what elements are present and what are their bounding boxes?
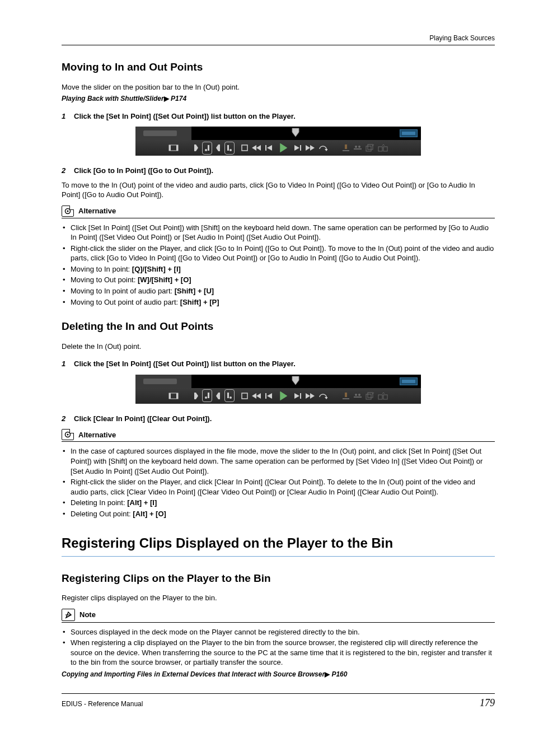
svg-rect-65 [383,395,387,399]
svg-rect-31 [383,147,387,151]
set-in-point-button[interactable] [202,142,212,155]
play-button[interactable] [279,390,287,402]
svg-marker-17 [280,144,287,152]
alternative-label: Alternative [78,206,116,216]
fast-forward-button[interactable] [305,390,315,402]
rewind-button[interactable] [251,390,261,402]
section-title-moving: Moving to In and Out Points [62,60,495,74]
list-item: Right-click the slider on the Player, an… [63,477,495,497]
header-rule [62,45,495,45]
fast-forward-button[interactable] [305,142,315,154]
svg-marker-42 [216,393,218,399]
playhead-icon[interactable] [292,376,299,386]
svg-rect-6 [208,145,209,151]
alternative-label: Alternative [78,430,116,440]
list-item: Moving to Out point: [W]/[Shift] + [O] [63,275,495,285]
svg-marker-34 [292,376,299,385]
list-item: In the case of captured sources displaye… [63,446,495,476]
position-bar[interactable] [135,127,421,140]
page-footer: EDIUS - Reference Manual 179 [62,693,495,710]
note-rule [62,622,495,623]
insert-button[interactable] [342,390,350,402]
alternative-list: Click [Set In Point] ([Set Out Point]) w… [62,223,495,307]
note-label: Note [79,610,96,620]
svg-rect-38 [194,393,196,399]
rewind-button[interactable] [251,142,261,154]
clip-segment [135,127,191,140]
svg-marker-14 [256,145,261,151]
set-out-point-button[interactable] [224,389,235,402]
next-frame-button[interactable] [294,390,302,402]
overwrite-button[interactable] [353,390,362,402]
svg-rect-2 [169,145,171,151]
prev-frame-button[interactable] [265,142,273,154]
set-cue-button[interactable] [193,142,199,154]
svg-marker-8 [216,144,218,151]
svg-point-41 [205,396,207,399]
chapter-title: Registering Clips Displayed on the Playe… [62,534,495,552]
set-cue-out-button[interactable] [216,142,221,154]
svg-point-60 [355,394,357,396]
svg-marker-47 [252,393,256,399]
overwrite-button[interactable] [353,142,362,154]
step-text: Click [Go to In Point] ([Go to Out Point… [74,166,213,176]
stop-button[interactable] [241,390,248,402]
svg-marker-48 [256,393,261,399]
add-to-timeline-button[interactable] [378,390,388,402]
svg-rect-58 [343,398,349,399]
xref-source-browser[interactable]: Copying and Importing Files in External … [62,670,495,679]
footer-left: EDIUS - Reference Manual [62,699,143,708]
svg-marker-20 [306,145,310,151]
add-to-bin-button[interactable] [366,142,374,154]
xref-shuttle-slider[interactable]: Playing Back with Shuttle/Slider▶ P174 [62,94,495,103]
audio-indicator [400,129,418,137]
svg-marker-56 [325,397,327,399]
alternative-list: In the case of captured sources displaye… [62,446,495,519]
svg-rect-24 [343,150,349,151]
add-to-bin-button[interactable] [366,390,374,402]
svg-rect-57 [345,393,347,397]
prev-frame-button[interactable] [265,390,273,402]
intro-text: Move the slider on the position bar to t… [62,82,495,92]
svg-rect-29 [368,144,373,150]
svg-rect-25 [354,148,362,150]
position-bar[interactable] [135,375,421,388]
set-out-point-button[interactable] [224,142,235,155]
svg-marker-0 [292,128,299,137]
clip-button[interactable] [168,142,179,154]
alternative-heading: Alternative [62,206,495,217]
track [191,127,400,140]
svg-marker-52 [294,393,299,399]
svg-marker-51 [280,392,287,400]
clip-button[interactable] [168,390,179,402]
svg-marker-39 [196,393,198,399]
list-item: Moving to In point: [Q]/[Shift] + [I] [63,264,495,274]
loop-button[interactable] [318,142,327,154]
svg-point-45 [229,396,232,399]
list-item: Deleting Out point: [Alt] + [O] [63,509,495,519]
insert-button[interactable] [342,142,350,154]
add-to-timeline-button[interactable] [378,142,388,154]
set-cue-out-button[interactable] [216,390,221,402]
svg-rect-12 [242,145,247,151]
loop-button[interactable] [318,390,327,402]
svg-point-11 [229,149,232,151]
step-text: Click [Clear In Point] ([Clear Out Point… [74,414,212,424]
playhead-icon[interactable] [292,128,299,138]
set-cue-button[interactable] [193,390,199,402]
svg-rect-44 [227,393,229,398]
player-toolbar-figure [135,127,421,156]
set-in-point-button[interactable] [202,389,212,402]
stop-button[interactable] [241,142,248,154]
svg-point-33 [67,210,69,212]
next-frame-button[interactable] [294,142,302,154]
svg-marker-16 [267,145,272,151]
svg-point-27 [358,146,360,148]
play-button[interactable] [279,142,287,154]
page-header-breadcrumb: Playing Back Sources [62,34,495,43]
svg-rect-30 [378,147,382,151]
page-number: 179 [480,696,495,710]
xref-label: Playing Back with Shuttle/Slider [62,95,164,102]
list-item: Click [Set In Point] ([Set Out Point]) w… [63,223,495,242]
transport-toolbar [135,140,421,156]
